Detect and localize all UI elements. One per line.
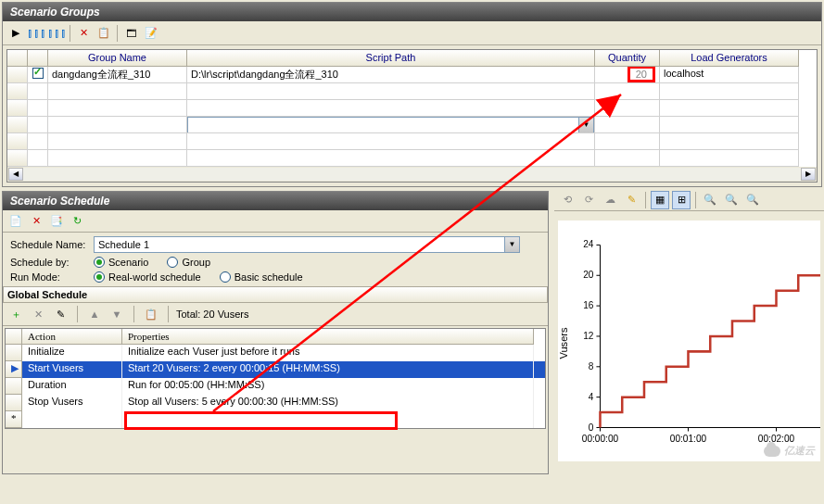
run-mode-basic-radio[interactable]: Basic schedule <box>220 271 303 283</box>
group-checkbox[interactable] <box>32 68 44 79</box>
scenario-schedule-title: Scenario Schedule <box>3 192 548 210</box>
chart-panel: ⟲ ⟳ ☁ ✎ ▦ ⊞ 🔍 🔍 🔍 Vusers 04812162024 00: <box>554 189 824 476</box>
vusers-icon-1[interactable]: ⫿⫿⫿ <box>27 24 45 43</box>
svg-text:00:00:00: 00:00:00 <box>582 434 619 444</box>
action-row[interactable]: InitializeInitialize each Vuser just bef… <box>6 345 545 361</box>
chart-fwd-button[interactable]: ⟳ <box>579 191 598 209</box>
svg-text:24: 24 <box>583 239 594 249</box>
col-quantity[interactable]: Quantity <box>595 50 660 67</box>
action-row[interactable]: DurationRun for 00:05:00 (HH:MM:SS) <box>6 378 545 395</box>
chart-toolbar: ⟲ ⟳ ☁ ✎ ▦ ⊞ 🔍 🔍 🔍 <box>554 189 824 211</box>
runtime-settings-button[interactable]: 📝 <box>142 24 160 43</box>
new-schedule-button[interactable]: 📄 <box>6 212 25 231</box>
svg-text:20: 20 <box>583 270 594 280</box>
schedule-name-label: Schedule Name: <box>10 239 94 250</box>
scenario-groups-grid: Group Name Script Path Quantity Load Gen… <box>6 49 818 183</box>
run-mode-real-radio[interactable]: Real-world schedule <box>94 271 201 283</box>
global-schedule-title: Global Schedule <box>3 286 548 303</box>
chart-back-button[interactable]: ⟲ <box>558 191 577 209</box>
chevron-down-icon[interactable]: ▼ <box>578 118 593 132</box>
scroll-left-button[interactable]: ◀ <box>8 168 23 181</box>
scenario-groups-toolbar: ▶ ⫿⫿⫿ ⫿⫿⫿ ✕ 📋 🗔 📝 <box>3 21 821 45</box>
chart-cloud-icon[interactable]: ☁ <box>601 191 619 209</box>
zoom-fit-button[interactable]: 🔍 <box>743 191 762 209</box>
svg-text:0: 0 <box>589 422 594 433</box>
scenario-groups-panel: Scenario Groups ▶ ⫿⫿⫿ ⫿⫿⫿ ✕ 📋 🗔 📝 Group … <box>2 2 822 187</box>
schedule-name-dropdown[interactable]: Schedule 1▼ <box>94 236 520 253</box>
new-row[interactable]: ▼ <box>7 117 817 133</box>
scroll-right-button[interactable]: ▶ <box>801 168 816 181</box>
move-up-button[interactable]: ▲ <box>85 305 104 323</box>
scenario-schedule-panel: Scenario Schedule 📄 ✕ 📑 ↻ Schedule Name:… <box>2 191 549 474</box>
cell-group-name: dangdang全流程_310 <box>48 67 187 83</box>
group-row[interactable]: dangdang全流程_310 D:\lr\script\dangdang全流程… <box>7 67 817 83</box>
svg-text:8: 8 <box>589 361 594 372</box>
vusers-icon-2[interactable]: ⫿⫿⫿ <box>47 24 66 43</box>
add-action-button[interactable]: ＋ <box>6 305 25 323</box>
chart-area: Vusers 04812162024 00:00:0000:01:0000:02… <box>558 220 820 461</box>
action-row-selected[interactable]: ▶Start VusersStart 20 Vusers: 2 every 00… <box>6 361 545 378</box>
details-button[interactable]: 🗔 <box>121 24 140 43</box>
col-script-path[interactable]: Script Path <box>187 50 595 67</box>
schedule-toolbar: 📄 ✕ 📑 ↻ <box>3 210 548 233</box>
col-properties[interactable]: Properties <box>122 329 534 345</box>
action-grid: Action Properties InitializeInitialize e… <box>5 328 546 429</box>
col-group-name[interactable]: Group Name <box>48 50 187 67</box>
schedule-by-scenario-radio[interactable]: Scenario <box>94 257 148 268</box>
copy-action-button[interactable]: 📋 <box>142 305 160 323</box>
col-action[interactable]: Action <box>22 329 122 345</box>
chart-grid-button[interactable]: ⊞ <box>672 191 691 209</box>
delete-schedule-button[interactable]: ✕ <box>27 212 45 231</box>
cell-load-generators: localhost <box>660 67 799 83</box>
svg-text:00:01:00: 00:01:00 <box>670 434 707 444</box>
refresh-button[interactable]: 📋 <box>95 24 113 43</box>
cell-quantity[interactable]: 20 <box>595 67 660 83</box>
zoom-out-button[interactable]: 🔍 <box>722 191 741 209</box>
watermark: 亿速云 <box>764 444 815 458</box>
svg-text:Vusers: Vusers <box>558 327 569 359</box>
svg-text:00:02:00: 00:02:00 <box>758 434 795 444</box>
delete-action-button[interactable]: ✕ <box>29 305 47 323</box>
global-schedule-toolbar: ＋ ✕ ✎ ▲ ▼ 📋 Total: 20 Vusers <box>3 303 548 326</box>
chart-legend-button[interactable]: ▦ <box>651 191 669 209</box>
svg-text:12: 12 <box>583 331 594 341</box>
total-vusers-label: Total: 20 Vusers <box>176 309 248 320</box>
zoom-in-button[interactable]: 🔍 <box>701 191 719 209</box>
scenario-groups-title: Scenario Groups <box>3 3 821 21</box>
cloud-icon <box>764 446 780 457</box>
schedule-by-label: Schedule by: <box>10 257 94 268</box>
action-row[interactable]: Stop VusersStop all Vusers: 5 every 00:0… <box>6 395 545 411</box>
chart-edit-button[interactable]: ✎ <box>622 191 640 209</box>
edit-action-button[interactable]: ✎ <box>51 305 70 323</box>
move-down-button[interactable]: ▼ <box>108 305 126 323</box>
vusers-chart: Vusers 04812162024 00:00:0000:01:0000:02… <box>558 220 820 461</box>
remove-button[interactable]: ✕ <box>74 24 93 43</box>
reset-schedule-button[interactable]: ↻ <box>68 212 86 231</box>
run-mode-label: Run Mode: <box>10 271 94 283</box>
play-button[interactable]: ▶ <box>6 24 25 43</box>
action-new-row[interactable]: * <box>6 411 545 428</box>
chevron-down-icon[interactable]: ▼ <box>504 237 519 252</box>
horizontal-scrollbar[interactable]: ◀ ▶ <box>7 167 817 182</box>
svg-text:16: 16 <box>583 300 594 310</box>
cell-script-path: D:\lr\script\dangdang全流程_310 <box>187 67 595 83</box>
copy-schedule-button[interactable]: 📑 <box>47 212 66 231</box>
schedule-by-group-radio[interactable]: Group <box>167 257 210 268</box>
col-load-generators[interactable]: Load Generators <box>660 50 799 67</box>
script-dropdown[interactable]: ▼ <box>187 117 594 133</box>
svg-text:4: 4 <box>589 392 594 402</box>
